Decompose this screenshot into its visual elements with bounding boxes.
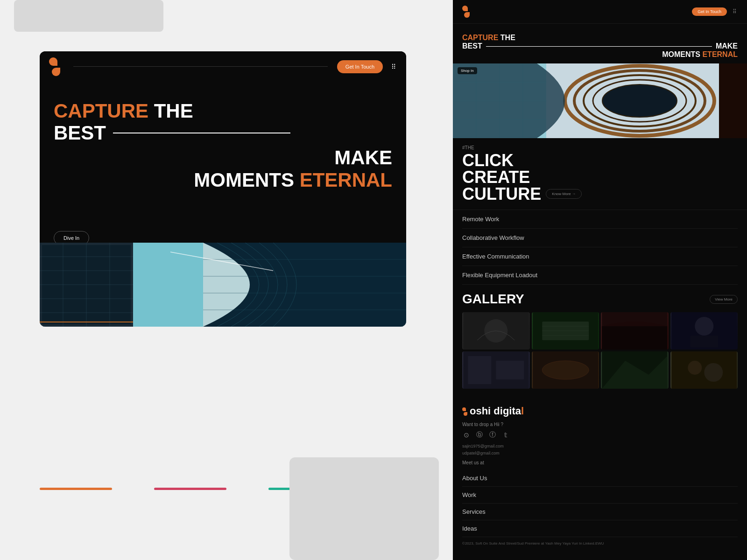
want-hi-text: Want to drop a Hii ?	[462, 422, 738, 427]
gallery-thumb-6	[532, 351, 599, 389]
svg-rect-15	[133, 243, 203, 327]
facebook-icon[interactable]: ⓕ	[488, 431, 497, 439]
gallery-thumb-3	[601, 312, 669, 350]
rp-gallery-header: GALLERY View More	[462, 292, 738, 307]
brand-accent-letter: l	[521, 405, 524, 417]
footer-nav: About Us Work Services Ideas	[462, 470, 738, 537]
gallery-thumb-8	[670, 351, 738, 389]
left-preview-area: Get In Touch ⠿ CAPTURE THE BEST MAKE MOM…	[0, 0, 453, 560]
best-word: BEST	[54, 122, 106, 144]
gallery-grid	[462, 312, 738, 389]
meet-us-label: Meet us at	[462, 460, 738, 465]
svg-rect-43	[690, 336, 718, 347]
contact-emails: sajin1975@gmail.com udpatel@gmail.com	[462, 443, 738, 456]
the-word: THE	[154, 100, 193, 122]
best-line: BEST	[54, 122, 392, 144]
rp-moments-word: MOMENTS	[662, 50, 702, 58]
rp-best-word: BEST	[462, 42, 482, 50]
gallery-thumb-7	[601, 351, 669, 389]
rp-best-bar	[486, 46, 712, 47]
rp-ccc-section: #THE CLICK CREATE CULTURE Know More →	[453, 138, 747, 210]
svg-point-52	[704, 363, 723, 382]
feature-effective-communication: Effective Communication	[462, 247, 738, 266]
moments-word: MOMENTS	[194, 169, 299, 191]
footer-nav-about[interactable]: About Us	[462, 470, 738, 487]
svg-rect-46	[496, 361, 524, 379]
bottom-gray-card	[289, 457, 439, 560]
rp-features-list: Remote Work Collaborative Workflow Effec…	[453, 210, 747, 285]
svg-rect-31	[719, 63, 747, 138]
feature-remote-work: Remote Work	[462, 210, 738, 229]
feature-collaborative-workflow: Collaborative Workflow	[462, 229, 738, 247]
hero-section: CAPTURE THE BEST MAKE MOMENTS ETERNAL Di…	[40, 82, 406, 259]
rp-capture-heading: CAPTURE THE	[462, 33, 738, 42]
brand-dot-bottom	[464, 412, 467, 416]
gallery-thumb-4	[670, 312, 738, 350]
rp-the-word: THE	[500, 34, 515, 42]
header-divider	[73, 66, 328, 67]
rp-gallery-section: GALLERY View More	[453, 285, 747, 396]
click-line: CLICK	[462, 152, 541, 169]
rp-logo	[462, 6, 472, 18]
shop-in-badge: Shop In	[458, 67, 477, 74]
logo-top-piece	[49, 57, 57, 66]
main-website-card: Get In Touch ⠿ CAPTURE THE BEST MAKE MOM…	[40, 51, 406, 327]
view-more-button[interactable]: View More	[710, 295, 738, 304]
make-word: MAKE	[334, 147, 392, 168]
gallery-title: GALLERY	[462, 292, 524, 307]
orange-bar	[40, 488, 112, 490]
twitter-icon[interactable]: 𝕥	[501, 431, 510, 439]
footer-nav-work[interactable]: Work	[462, 487, 738, 504]
rp-header: Get In Touch ⠿	[453, 0, 747, 24]
website-header: Get In Touch ⠿	[40, 51, 406, 82]
brand-name: oshi digital	[462, 405, 738, 417]
capture-heading: CAPTURE THE	[54, 100, 392, 122]
grid-icon: ⠿	[391, 63, 397, 70]
rp-logo-mark	[462, 6, 472, 18]
logo-bottom-piece	[52, 68, 60, 76]
rp-ccc-inner: CLICK CREATE CULTURE Know More →	[462, 152, 738, 203]
get-in-touch-button[interactable]: Get In Touch	[337, 60, 383, 73]
gallery-thumb-2	[532, 312, 599, 350]
gallery-thumb-5	[462, 351, 530, 389]
svg-point-23	[602, 84, 677, 117]
rp-footer: oshi digital Want to drop a Hii ? ⊙ ⓑ ⓕ …	[453, 396, 747, 556]
top-gray-card	[14, 0, 163, 32]
rp-the-tag: #THE	[462, 145, 738, 150]
email-2: udpatel@gmail.com	[462, 450, 738, 456]
rp-ccc-title: CLICK CREATE CULTURE	[462, 152, 541, 203]
footer-address: ©2023, Soft On Suite And Street/Sud Prem…	[462, 541, 738, 546]
rp-capture-word: CAPTURE	[462, 34, 498, 42]
architecture-image	[40, 243, 406, 327]
rp-architecture-image: Shop In	[453, 63, 747, 138]
svg-rect-50	[671, 351, 737, 389]
hero-line-bar	[113, 133, 290, 133]
social-icons: ⊙ ⓑ ⓕ 𝕥	[462, 431, 738, 439]
culture-line: CULTURE	[462, 186, 541, 203]
brand-logo-mark	[462, 407, 469, 416]
know-more-button[interactable]: Know More →	[546, 189, 582, 199]
instagram-icon[interactable]: ⊙	[462, 431, 471, 439]
email-1: sajin1975@gmail.com	[462, 443, 738, 449]
feature-flexible-equipment: Flexible Equipment Loadout	[462, 266, 738, 285]
make-moments-line: MAKE MOMENTS ETERNAL	[54, 147, 392, 191]
rp-logo-bottom	[464, 12, 470, 18]
behance-icon[interactable]: ⓑ	[475, 431, 484, 439]
svg-rect-45	[468, 356, 491, 384]
rp-header-right: Get In Touch ⠿	[692, 7, 738, 16]
brand-dot-top	[462, 407, 466, 411]
rp-grid-icon: ⠿	[733, 8, 738, 15]
svg-point-42	[695, 317, 713, 336]
capture-word: CAPTURE	[54, 100, 148, 122]
logo-mark	[49, 57, 64, 76]
svg-point-51	[688, 361, 702, 375]
rp-hero-section: CAPTURE THE BEST MAKE MOMENTS ETERNAL	[453, 24, 747, 63]
rp-cta-button[interactable]: Get In Touch	[692, 7, 727, 16]
right-panel[interactable]: Get In Touch ⠿ CAPTURE THE BEST MAKE MOM…	[453, 0, 747, 560]
rp-logo-top	[462, 6, 468, 11]
pink-bar	[154, 488, 226, 490]
footer-nav-ideas[interactable]: Ideas	[462, 520, 738, 537]
footer-nav-services[interactable]: Services	[462, 504, 738, 520]
svg-rect-40	[602, 326, 667, 350]
create-line: CREATE	[462, 169, 541, 186]
